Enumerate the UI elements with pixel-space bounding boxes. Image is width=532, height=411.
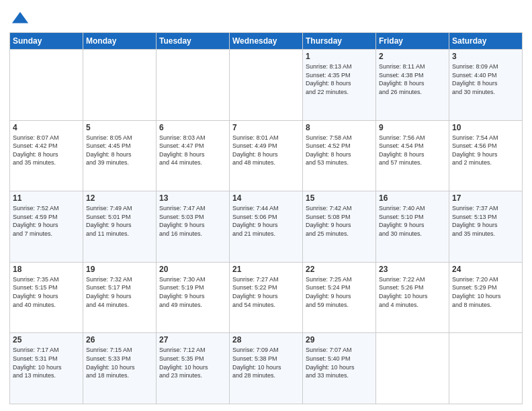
calendar-cell: [376, 333, 449, 404]
calendar-cell: 8Sunrise: 7:58 AM Sunset: 4:52 PM Daylig…: [303, 120, 376, 191]
day-info: Sunrise: 7:44 AM Sunset: 5:06 PM Dayligh…: [232, 204, 300, 238]
day-info: Sunrise: 7:40 AM Sunset: 5:10 PM Dayligh…: [379, 204, 446, 238]
calendar-week-0: 1Sunrise: 8:13 AM Sunset: 4:35 PM Daylig…: [10, 50, 523, 121]
day-number: 16: [379, 193, 446, 203]
calendar-cell: 16Sunrise: 7:40 AM Sunset: 5:10 PM Dayli…: [376, 191, 449, 263]
calendar-cell: 20Sunrise: 7:30 AM Sunset: 5:19 PM Dayli…: [157, 262, 230, 333]
day-number: 14: [232, 193, 300, 203]
calendar-cell: 26Sunrise: 7:15 AM Sunset: 5:33 PM Dayli…: [83, 333, 157, 404]
day-info: Sunrise: 7:15 AM Sunset: 5:33 PM Dayligh…: [86, 346, 153, 379]
day-info: Sunrise: 8:11 AM Sunset: 4:38 PM Dayligh…: [379, 62, 446, 96]
day-info: Sunrise: 8:03 AM Sunset: 4:47 PM Dayligh…: [159, 134, 226, 167]
calendar-week-1: 4Sunrise: 8:07 AM Sunset: 4:42 PM Daylig…: [10, 120, 523, 191]
day-number: 24: [452, 265, 519, 274]
day-number: 3: [452, 52, 519, 61]
day-number: 18: [13, 265, 80, 274]
day-info: Sunrise: 8:09 AM Sunset: 4:40 PM Dayligh…: [452, 62, 519, 96]
calendar-cell: 1Sunrise: 8:13 AM Sunset: 4:35 PM Daylig…: [303, 50, 376, 121]
calendar-cell: 4Sunrise: 8:07 AM Sunset: 4:42 PM Daylig…: [10, 120, 83, 191]
day-info: Sunrise: 7:35 AM Sunset: 5:15 PM Dayligh…: [13, 275, 80, 309]
day-number: 27: [159, 335, 226, 345]
calendar-cell: 28Sunrise: 7:09 AM Sunset: 5:38 PM Dayli…: [230, 333, 303, 404]
day-number: 23: [379, 265, 446, 274]
weekday-header-tuesday: Tuesday: [157, 33, 230, 50]
calendar-cell: 7Sunrise: 8:01 AM Sunset: 4:49 PM Daylig…: [230, 120, 303, 191]
day-number: 11: [13, 193, 80, 203]
day-number: 21: [232, 265, 300, 274]
calendar-cell: 21Sunrise: 7:27 AM Sunset: 5:22 PM Dayli…: [230, 262, 303, 333]
day-number: 13: [159, 193, 226, 203]
calendar-cell: 2Sunrise: 8:11 AM Sunset: 4:38 PM Daylig…: [376, 50, 449, 121]
day-number: 26: [86, 335, 153, 345]
calendar-cell: 3Sunrise: 8:09 AM Sunset: 4:40 PM Daylig…: [449, 50, 523, 121]
calendar-cell: 14Sunrise: 7:44 AM Sunset: 5:06 PM Dayli…: [230, 191, 303, 263]
day-info: Sunrise: 8:05 AM Sunset: 4:45 PM Dayligh…: [86, 134, 153, 167]
calendar-cell: 6Sunrise: 8:03 AM Sunset: 4:47 PM Daylig…: [157, 120, 230, 191]
day-number: 8: [306, 123, 373, 132]
day-info: Sunrise: 7:27 AM Sunset: 5:22 PM Dayligh…: [232, 275, 300, 309]
calendar-week-4: 25Sunrise: 7:17 AM Sunset: 5:31 PM Dayli…: [10, 333, 523, 404]
day-info: Sunrise: 7:25 AM Sunset: 5:24 PM Dayligh…: [306, 275, 373, 309]
calendar-cell: 13Sunrise: 7:47 AM Sunset: 5:03 PM Dayli…: [157, 191, 230, 263]
calendar-week-2: 11Sunrise: 7:52 AM Sunset: 4:59 PM Dayli…: [10, 191, 523, 263]
calendar-cell: [10, 50, 83, 121]
day-number: 2: [379, 52, 446, 61]
calendar-cell: 23Sunrise: 7:22 AM Sunset: 5:26 PM Dayli…: [376, 262, 449, 333]
day-info: Sunrise: 7:22 AM Sunset: 5:26 PM Dayligh…: [379, 275, 446, 309]
day-info: Sunrise: 7:52 AM Sunset: 4:59 PM Dayligh…: [13, 204, 80, 238]
page: SundayMondayTuesdayWednesdayThursdayFrid…: [0, 0, 532, 411]
day-info: Sunrise: 7:20 AM Sunset: 5:29 PM Dayligh…: [452, 275, 519, 309]
day-number: 19: [86, 265, 153, 274]
calendar-cell: 9Sunrise: 7:56 AM Sunset: 4:54 PM Daylig…: [376, 120, 449, 191]
calendar-cell: [83, 50, 157, 121]
day-info: Sunrise: 7:12 AM Sunset: 5:35 PM Dayligh…: [159, 346, 226, 379]
day-info: Sunrise: 7:58 AM Sunset: 4:52 PM Dayligh…: [306, 134, 373, 167]
day-info: Sunrise: 7:32 AM Sunset: 5:17 PM Dayligh…: [86, 275, 153, 309]
day-info: Sunrise: 7:56 AM Sunset: 4:54 PM Dayligh…: [379, 134, 446, 167]
calendar-cell: 19Sunrise: 7:32 AM Sunset: 5:17 PM Dayli…: [83, 262, 157, 333]
calendar-cell: [157, 50, 230, 121]
day-number: 12: [86, 193, 153, 203]
day-info: Sunrise: 7:54 AM Sunset: 4:56 PM Dayligh…: [452, 134, 519, 167]
day-info: Sunrise: 8:13 AM Sunset: 4:35 PM Dayligh…: [306, 62, 373, 96]
calendar-body: 1Sunrise: 8:13 AM Sunset: 4:35 PM Daylig…: [10, 50, 523, 404]
calendar-cell: 11Sunrise: 7:52 AM Sunset: 4:59 PM Dayli…: [10, 191, 83, 263]
day-number: 15: [306, 193, 373, 203]
day-info: Sunrise: 7:07 AM Sunset: 5:40 PM Dayligh…: [306, 346, 373, 379]
day-number: 20: [159, 265, 226, 274]
day-info: Sunrise: 7:17 AM Sunset: 5:31 PM Dayligh…: [13, 346, 80, 379]
day-number: 9: [379, 123, 446, 132]
calendar-cell: 18Sunrise: 7:35 AM Sunset: 5:15 PM Dayli…: [10, 262, 83, 333]
day-info: Sunrise: 7:37 AM Sunset: 5:13 PM Dayligh…: [452, 204, 519, 238]
day-info: Sunrise: 7:47 AM Sunset: 5:03 PM Dayligh…: [159, 204, 226, 238]
day-number: 25: [13, 335, 80, 345]
day-info: Sunrise: 7:42 AM Sunset: 5:08 PM Dayligh…: [306, 204, 373, 238]
calendar-cell: 15Sunrise: 7:42 AM Sunset: 5:08 PM Dayli…: [303, 191, 376, 263]
calendar-cell: [449, 333, 523, 404]
calendar-cell: 5Sunrise: 8:05 AM Sunset: 4:45 PM Daylig…: [83, 120, 157, 191]
day-number: 29: [306, 335, 373, 345]
logo-icon: [11, 9, 30, 28]
calendar-cell: 12Sunrise: 7:49 AM Sunset: 5:01 PM Dayli…: [83, 191, 157, 263]
calendar-cell: 17Sunrise: 7:37 AM Sunset: 5:13 PM Dayli…: [449, 191, 523, 263]
weekday-header-sunday: Sunday: [10, 33, 83, 50]
day-info: Sunrise: 7:30 AM Sunset: 5:19 PM Dayligh…: [159, 275, 226, 309]
weekday-header-thursday: Thursday: [303, 33, 376, 50]
day-number: 17: [452, 193, 519, 203]
svg-marker-0: [12, 12, 28, 24]
calendar-table: SundayMondayTuesdayWednesdayThursdayFrid…: [9, 32, 523, 404]
calendar-cell: 24Sunrise: 7:20 AM Sunset: 5:29 PM Dayli…: [449, 262, 523, 333]
weekday-row: SundayMondayTuesdayWednesdayThursdayFrid…: [10, 33, 523, 50]
day-number: 5: [86, 123, 153, 132]
day-number: 4: [13, 123, 80, 132]
weekday-header-monday: Monday: [83, 33, 157, 50]
calendar-cell: 22Sunrise: 7:25 AM Sunset: 5:24 PM Dayli…: [303, 262, 376, 333]
header: [9, 7, 523, 28]
calendar-week-3: 18Sunrise: 7:35 AM Sunset: 5:15 PM Dayli…: [10, 262, 523, 333]
day-info: Sunrise: 7:09 AM Sunset: 5:38 PM Dayligh…: [232, 346, 300, 379]
calendar-cell: 27Sunrise: 7:12 AM Sunset: 5:35 PM Dayli…: [157, 333, 230, 404]
calendar-cell: [230, 50, 303, 121]
day-number: 22: [306, 265, 373, 274]
day-number: 6: [159, 123, 226, 132]
weekday-header-friday: Friday: [376, 33, 449, 50]
